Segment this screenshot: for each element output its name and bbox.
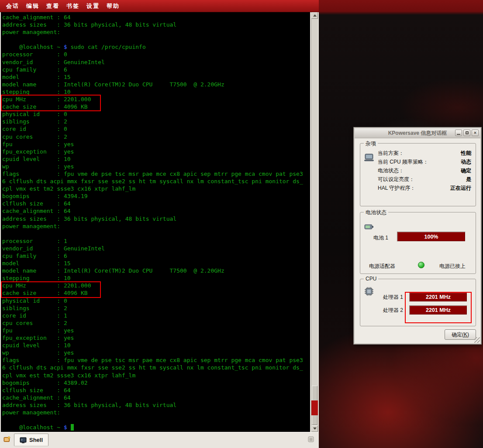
- misc-row-label: 可以设定亮度：: [378, 176, 414, 183]
- terminal-line: model : 15: [2, 260, 310, 267]
- menu-view[interactable]: 查看: [43, 1, 63, 11]
- terminal-line: vendor_id : GenuineIntel: [2, 245, 310, 252]
- terminal-line: flags : fpu vme de pse tsc msr pae mce c…: [2, 170, 310, 178]
- misc-row: 电池状态： 确定: [378, 166, 471, 175]
- resize-grip[interactable]: [474, 337, 480, 343]
- group-misc-label: 杂项: [364, 140, 378, 147]
- terminal-line: cache_alignment : 64: [2, 14, 310, 21]
- terminal-line: 6 clflush dts acpi mmx fxsr sse sse2 ss …: [2, 178, 310, 185]
- new-session-button[interactable]: [2, 434, 12, 445]
- battery-percent: 100%: [424, 234, 438, 240]
- ok-button[interactable]: 确定(K): [445, 329, 476, 340]
- terminal-line: [2, 230, 310, 237]
- terminal-line: model name : Intel(R) Core(TM)2 Duo CPU …: [2, 267, 310, 274]
- menu-settings[interactable]: 设置: [83, 1, 103, 11]
- terminal-line: siblings : 2: [2, 118, 310, 125]
- group-misc: 杂项 当前方案： 性能 当前 CPU 频率策略： 动态: [360, 143, 476, 206]
- session-list-icon: [307, 436, 314, 443]
- minimize-button[interactable]: [455, 130, 462, 136]
- misc-row-label: 当前方案：: [378, 150, 404, 157]
- ac-adapter-status: 电源已接上: [439, 263, 466, 270]
- terminal-line: model : 15: [2, 73, 310, 81]
- annotation-scrollbar-mark: [311, 400, 318, 415]
- terminal-line: clflush size : 64: [2, 386, 310, 394]
- terminal-line: core id : 1: [2, 312, 310, 319]
- misc-row: HAL 守护程序： 正在运行: [378, 184, 471, 192]
- terminal-line: vendor_id : GenuineIntel: [2, 58, 310, 66]
- battery1-label: 电池 1: [373, 234, 388, 242]
- power-scheme-icon: [364, 152, 374, 163]
- terminal-scrollbar[interactable]: [311, 12, 318, 432]
- terminal-line: cpu family : 6: [2, 252, 310, 260]
- terminal-line: 6 clflush dts acpi mmx fxsr sse sse2 ss …: [2, 364, 310, 371]
- misc-rows: 当前方案： 性能 当前 CPU 频率策略： 动态 电池状态： 确定 可以设定亮度…: [378, 149, 471, 192]
- annotation-cpu-frequency-bars: [405, 292, 472, 323]
- terminal-line: bogomips : 4394.19: [2, 192, 310, 200]
- terminal-line: siblings : 2: [2, 304, 310, 312]
- terminal-line: physical id : 0: [2, 297, 310, 304]
- terminal-line: cpl vmx est tm2 ssse3 cx16 xtpr lahf_lm: [2, 185, 310, 192]
- tab-shell[interactable]: Shell: [14, 434, 48, 446]
- menu-help[interactable]: 帮助: [103, 1, 123, 11]
- group-battery: 电池状态 电池 1 100% 电源适配器 电源已接上: [360, 212, 476, 274]
- group-cpu-label: CPU: [364, 276, 378, 282]
- misc-row-label: 电池状态：: [378, 167, 404, 174]
- close-button[interactable]: ×: [472, 130, 479, 136]
- menu-session[interactable]: 会话: [3, 1, 23, 11]
- terminal-line: processor : 1: [2, 237, 310, 245]
- terminal-line: [2, 416, 310, 424]
- cpu1-label: 处理器 1: [383, 294, 407, 301]
- terminal-line: core id : 0: [2, 125, 310, 133]
- misc-row-value: 动态: [461, 158, 471, 166]
- annotation-cpu-mhz-proc0: [1, 95, 101, 111]
- misc-row-label: HAL 守护程序：: [378, 185, 415, 192]
- battery-progressbar: 100%: [397, 232, 466, 242]
- misc-row-value: 性能: [461, 150, 471, 157]
- misc-row-value: 确定: [461, 167, 471, 174]
- battery-icon: [364, 221, 374, 232]
- session-list-button[interactable]: [306, 434, 316, 445]
- tab-label: Shell: [29, 437, 43, 443]
- terminal-line: processor : 0: [2, 51, 310, 58]
- scrollbar-up-button[interactable]: [311, 12, 318, 19]
- dialog-titlebar[interactable]: KPowersave 信息对话框 ×: [355, 128, 480, 138]
- ok-button-accel: K: [464, 332, 467, 338]
- scrollbar-down-button[interactable]: [311, 425, 318, 432]
- cpu-icon: [364, 286, 374, 297]
- close-icon: ×: [474, 130, 476, 135]
- ok-button-text-end: ): [467, 332, 469, 338]
- terminal-line: cache_alignment : 64: [2, 207, 310, 215]
- terminal-line: [2, 36, 310, 43]
- konsole-icon: [20, 437, 27, 444]
- terminal-line: fpu : yes: [2, 140, 310, 148]
- terminal-line: @localhost ~ $: [2, 424, 310, 431]
- terminal-line: bogomips : 4389.02: [2, 379, 310, 386]
- terminal-output[interactable]: cache_alignment : 64address sizes : 36 b…: [1, 12, 310, 432]
- terminal-line: power management:: [2, 409, 310, 416]
- up-arrow-icon: [313, 14, 317, 17]
- menu-edit[interactable]: 编辑: [23, 1, 43, 11]
- terminal-line: cpuid level : 10: [2, 342, 310, 349]
- misc-row: 可以设定亮度： 是: [378, 175, 471, 184]
- menu-bookmarks[interactable]: 书签: [63, 1, 83, 11]
- terminal-line: cpl vmx est tm2 ssse3 cx16 xtpr lahf_lm: [2, 372, 310, 379]
- terminal-line: power management:: [2, 222, 310, 230]
- ok-button-text: 确定(: [452, 332, 464, 338]
- maximize-button[interactable]: [463, 130, 470, 136]
- misc-row-label: 当前 CPU 频率策略：: [378, 158, 428, 166]
- annotation-cpu-mhz-proc1: [1, 281, 101, 298]
- terminal-line: address sizes : 36 bits physical, 48 bit…: [2, 215, 310, 222]
- terminal-line: address sizes : 36 bits physical, 48 bit…: [2, 401, 310, 409]
- cpu2-label: 处理器 2: [383, 307, 407, 314]
- terminal-line: physical id : 0: [2, 110, 310, 118]
- dialog-body: 杂项 当前方案： 性能 当前 CPU 频率策略： 动态: [355, 138, 480, 343]
- terminal-line: cpuid level : 10: [2, 155, 310, 163]
- menu-bar: 会话 编辑 查看 书签 设置 帮助: [0, 0, 319, 12]
- terminal-line: clflush size : 64: [2, 200, 310, 207]
- terminal-line: fpu_exception : yes: [2, 148, 310, 155]
- screen: 会话 编辑 查看 书签 设置 帮助 cache_alignment : 64ad…: [0, 0, 483, 448]
- session-tab-bar: Shell: [0, 432, 319, 448]
- terminal-line: cpu cores : 2: [2, 133, 310, 140]
- group-battery-label: 电池状态: [364, 209, 388, 216]
- terminal-line: fpu : yes: [2, 327, 310, 334]
